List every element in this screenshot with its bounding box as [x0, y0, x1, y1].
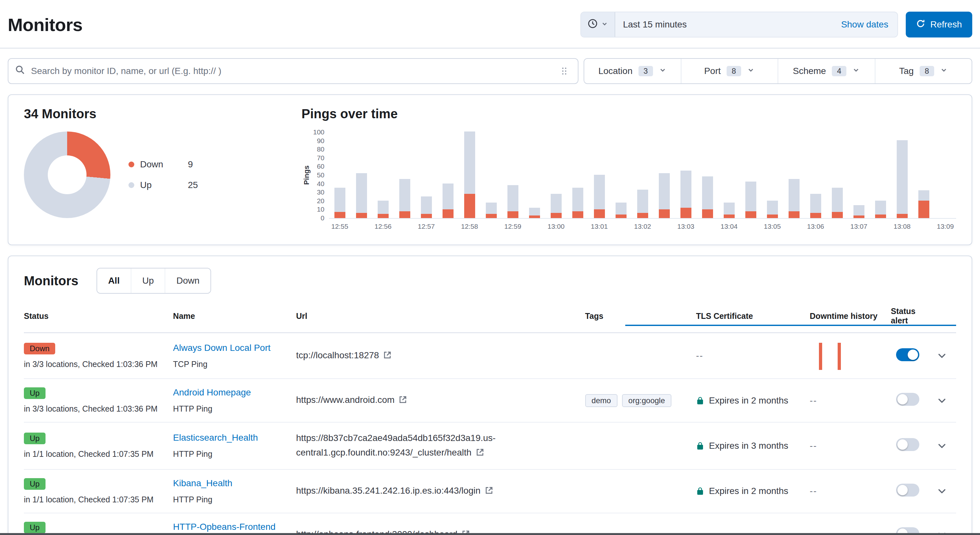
filter-location[interactable]: Location 3	[584, 59, 681, 83]
chart-up-segment	[745, 182, 756, 211]
chart-up-segment	[399, 179, 410, 211]
monitor-type: HTTP Ping	[173, 404, 290, 414]
legend-item-down[interactable]: Down 9	[129, 159, 198, 169]
chart-up-segment	[508, 185, 519, 211]
time-range-value[interactable]: Last 15 minutes	[615, 19, 832, 30]
name-cell: Always Down Local PortTCP Ping	[173, 333, 296, 378]
chart-bar-slot	[762, 131, 783, 218]
down-legend-label: Down	[140, 159, 180, 169]
chart-up-segment	[442, 184, 453, 209]
tab-up[interactable]: Up	[131, 268, 165, 293]
filter-tag[interactable]: Tag 8	[875, 59, 972, 83]
tags-cell	[585, 422, 696, 470]
external-link-icon[interactable]	[485, 484, 493, 499]
tls-certificate-cell: Expires in 3 months	[696, 422, 810, 470]
chart-up-segment	[853, 205, 864, 216]
pings-over-time: Pings over time Pings 100908070605040302…	[301, 107, 956, 230]
external-link-icon[interactable]	[383, 349, 391, 363]
url-cell: https://8b37cb7ca2ae49ada54db165f32d3a19…	[296, 422, 585, 470]
status-alert-toggle[interactable]	[896, 393, 919, 406]
legend-item-up[interactable]: Up 25	[129, 180, 198, 190]
status-detail: in 1/1 location, Checked 1:07:35 PM	[24, 495, 167, 504]
monitor-name-link[interactable]: HTTP-Opbeans-Frontend	[173, 522, 275, 532]
status-badge: Down	[24, 343, 55, 355]
status-alert-wrap	[891, 348, 929, 363]
chart-up-segment	[486, 203, 497, 214]
grip-icon[interactable]	[557, 64, 571, 78]
tls-certificate-cell: Expires in 2 months	[696, 470, 810, 513]
status-alert-toggle[interactable]	[896, 438, 919, 451]
tls-empty-value: --	[696, 351, 703, 361]
expand-row-button[interactable]	[935, 439, 948, 452]
filter-scheme[interactable]: Scheme 4	[778, 59, 875, 83]
name-cell: Elasticsearch_HealthHTTP Ping	[173, 422, 296, 470]
downtime-history-cell	[810, 333, 891, 378]
chart-y-tick-label: 10	[317, 206, 325, 212]
status-alert-toggle[interactable]	[896, 484, 919, 497]
external-link-icon[interactable]	[399, 393, 407, 408]
search-input[interactable]	[31, 66, 557, 76]
expand-row-button[interactable]	[935, 394, 948, 407]
monitor-name-link[interactable]: Android Homepage	[173, 387, 251, 398]
expand-row-button[interactable]	[935, 485, 948, 498]
chart-y-tick-label: 90	[317, 137, 325, 144]
show-dates-button[interactable]: Show dates	[832, 19, 897, 30]
expand-row-button[interactable]	[935, 349, 948, 362]
chevron-down-icon	[747, 66, 755, 76]
filter-port[interactable]: Port 8	[681, 59, 778, 83]
chart-y-tick-label: 60	[317, 163, 325, 169]
tab-all[interactable]: All	[97, 268, 131, 293]
chart-up-segment	[681, 171, 691, 208]
chart-x-tick-label	[350, 223, 372, 230]
status-badge: Up	[24, 522, 46, 533]
downtime-empty-value: --	[810, 486, 817, 496]
downtime-empty-value: --	[810, 395, 817, 406]
monitors-table-body: Downin 3/3 locations, Checked 1:03:36 PM…	[24, 333, 956, 535]
name-cell: HTTP-Opbeans-FrontendHTTP Ping	[173, 513, 296, 535]
chart-up-segment	[724, 203, 735, 215]
refresh-button[interactable]: Refresh	[906, 12, 972, 37]
chart-down-segment	[356, 213, 367, 218]
monitor-name-link[interactable]: Always Down Local Port	[173, 343, 270, 353]
chart-bar-slot	[783, 131, 805, 218]
tags-cell	[585, 470, 696, 513]
chart-bar-slot	[372, 131, 394, 218]
chart-x-tick-label: 12:58	[459, 223, 480, 230]
refresh-label: Refresh	[930, 19, 962, 30]
chart-down-segment	[832, 212, 843, 218]
chart-up-segment	[616, 203, 627, 215]
url-cell: http://opbeans-frontend:3000/dashboard	[296, 513, 585, 535]
status-alert-toggle[interactable]	[896, 348, 919, 361]
chart-up-segment	[659, 173, 670, 210]
chart-bar-slot	[632, 131, 653, 218]
expand-cell	[935, 513, 956, 535]
downtime-bar	[819, 343, 822, 370]
search-filter-bar: Location 3 Port 8 Scheme 4 Tag 8	[8, 58, 972, 84]
tls-expiry-text: Expires in 3 months	[709, 441, 788, 451]
chart-y-tick-label: 80	[317, 146, 325, 152]
chart-bar-slot	[718, 131, 740, 218]
external-link-icon[interactable]	[476, 446, 484, 461]
monitors-list-header: Monitors All Up Down	[24, 268, 956, 294]
filter-location-label: Location	[598, 66, 633, 76]
chart-x-tick-label	[913, 223, 934, 230]
column-tls: TLS Certificate	[696, 305, 810, 333]
chart-bar	[551, 131, 562, 218]
downtime-bar	[838, 343, 841, 370]
filter-tag-count: 8	[920, 66, 934, 76]
status-filter-tabs: All Up Down	[97, 268, 211, 294]
tab-down[interactable]: Down	[165, 268, 210, 293]
column-status: Status	[24, 305, 173, 333]
chart-bar	[702, 131, 713, 218]
chart-down-segment	[789, 211, 800, 218]
downtime-history-cell: --	[810, 378, 891, 422]
quick-select-button[interactable]	[581, 12, 615, 37]
status-alert-wrap	[891, 438, 929, 453]
chart-bar	[464, 131, 475, 218]
lock-icon	[696, 442, 704, 450]
chart-down-segment	[572, 211, 583, 218]
clock-icon	[587, 18, 598, 31]
monitor-name-link[interactable]: Kibana_Health	[173, 478, 232, 489]
chart-bar	[767, 131, 778, 218]
monitor-name-link[interactable]: Elasticsearch_Health	[173, 433, 258, 443]
